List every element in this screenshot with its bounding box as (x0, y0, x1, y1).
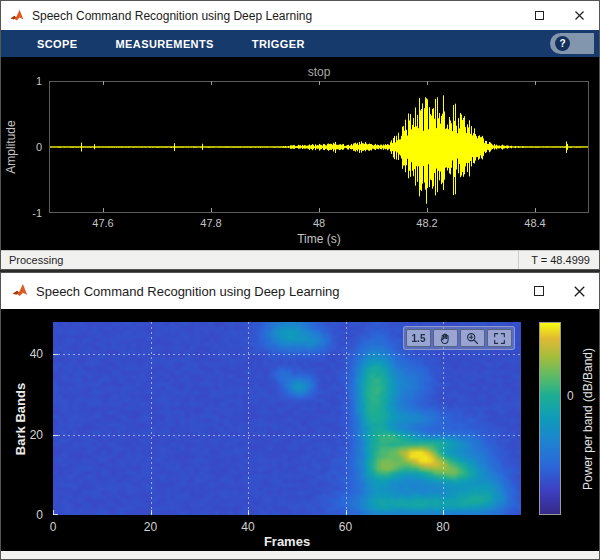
scope-x-axis-label: Time (s) (49, 232, 589, 246)
figure-maximize-button[interactable] (519, 273, 559, 309)
x-tick-label: 40 (241, 520, 254, 534)
x-tick-label: 48 (313, 217, 325, 229)
maximize-icon (534, 286, 544, 296)
x-tick-label: 48.4 (524, 217, 545, 229)
pan-hand-icon (439, 332, 452, 345)
y-tick-label: 20 (30, 428, 43, 442)
scope-toolstrip: SCOPE MEASUREMENTS TRIGGER ? (1, 30, 599, 57)
scope-x-tick-labels: 47.647.84848.248.4 (49, 217, 589, 231)
close-icon (573, 285, 586, 298)
processing-status: Processing (1, 254, 63, 266)
restore-view-icon (493, 332, 506, 345)
scope-close-button[interactable] (559, 1, 599, 30)
figure-window: Speech Command Recognition using Deep Le… (0, 272, 600, 560)
y-tick-label: 0 (36, 141, 42, 153)
restore-view-button[interactable] (487, 329, 512, 347)
zoom-in-icon (466, 332, 479, 345)
maximize-icon (535, 11, 544, 20)
x-tick-label: 48.2 (416, 217, 437, 229)
spectrogram-canvas[interactable] (53, 322, 521, 515)
figure-close-button[interactable] (559, 273, 599, 309)
x-tick-label: 47.8 (200, 217, 221, 229)
pan-button[interactable] (433, 329, 458, 347)
figure-window-controls (519, 273, 599, 309)
close-icon (574, 10, 585, 21)
y-tick-label: 40 (30, 347, 43, 361)
spectrogram-x-tick-labels: 020406080 (53, 520, 521, 534)
scope-window-title: Speech Command Recognition using Deep Le… (32, 9, 312, 23)
matlab-logo-icon (9, 8, 25, 24)
time-display: T = 48.4999 (518, 251, 599, 269)
colorbar-tick-label: 0 (567, 389, 574, 403)
scope-plot-area: stop Amplitude 10-1 47.647.84848.248.4 T… (1, 57, 599, 250)
x-tick-label: 20 (144, 520, 157, 534)
x-tick-label: 80 (436, 520, 449, 534)
brush-size-button[interactable]: 1.5 (406, 329, 431, 347)
tab-trigger[interactable]: TRIGGER (238, 30, 319, 57)
scope-window: Speech Command Recognition using Deep Le… (0, 0, 600, 270)
x-tick-label: 60 (339, 520, 352, 534)
y-tick-label: -1 (32, 207, 42, 219)
scope-maximize-button[interactable] (519, 1, 559, 30)
figure-canvas-area: 1.5 02040 020406080 Frames Bark Bands 0 … (1, 309, 599, 551)
scope-y-tick-labels: 10-1 (1, 81, 45, 213)
x-tick-label: 47.6 (92, 217, 113, 229)
waveform-plot-canvas[interactable] (49, 81, 589, 213)
x-tick-label: 0 (50, 520, 57, 534)
colorbar (539, 322, 561, 515)
scope-titlebar[interactable]: Speech Command Recognition using Deep Le… (1, 1, 599, 30)
figure-bottom-strip (1, 551, 599, 559)
y-tick-label: 1 (36, 75, 42, 87)
y-tick-label: 0 (36, 508, 43, 522)
matlab-logo-icon (11, 282, 29, 300)
figure-window-title: Speech Command Recognition using Deep Le… (36, 284, 340, 299)
help-button[interactable]: ? (550, 33, 594, 54)
spectrogram-x-axis-label: Frames (53, 534, 521, 549)
colorbar-axis-label: Power per band (dB/Band) (578, 322, 598, 515)
tab-scope[interactable]: SCOPE (23, 30, 92, 57)
screen: Speech Command Recognition using Deep Le… (0, 0, 600, 560)
scope-window-controls (519, 1, 599, 30)
question-mark-icon: ? (555, 36, 570, 51)
figure-titlebar[interactable]: Speech Command Recognition using Deep Le… (1, 273, 599, 309)
scope-status-bar: Processing T = 48.4999 (1, 250, 599, 269)
scope-plot-title: stop (49, 65, 589, 79)
tab-measurements[interactable]: MEASUREMENTS (102, 30, 228, 57)
spectrogram-y-axis-label: Bark Bands (9, 322, 31, 515)
zoom-in-button[interactable] (460, 329, 485, 347)
axes-toolbar: 1.5 (403, 326, 515, 350)
